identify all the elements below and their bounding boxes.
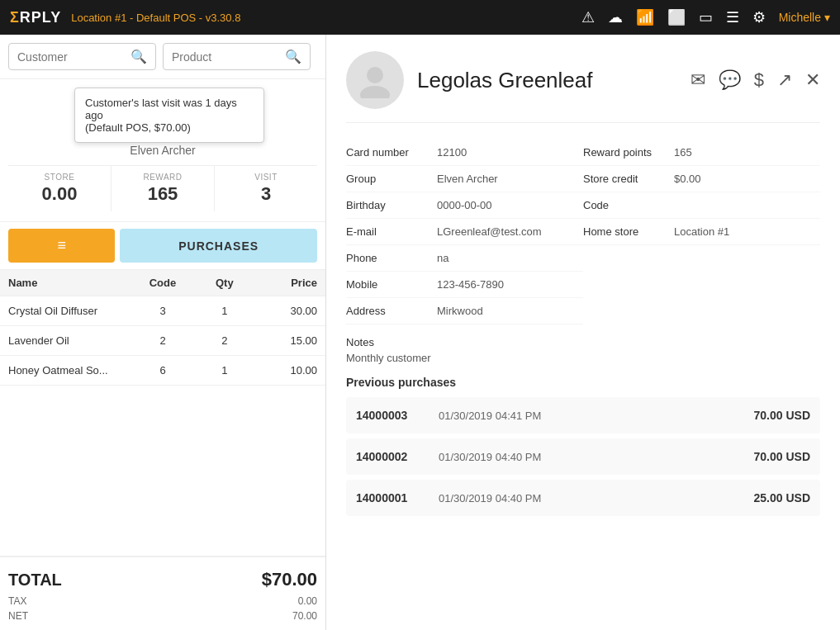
cell-code: 6 bbox=[132, 364, 194, 377]
tooltip-line1: Customer's last visit was 1 days ago bbox=[85, 97, 254, 121]
detail-value: Location #1 bbox=[674, 225, 729, 238]
email-icon[interactable]: ✉ bbox=[691, 69, 705, 91]
display-icon[interactable]: ⬜ bbox=[667, 8, 686, 26]
col-price: Price bbox=[255, 277, 317, 289]
detail-label: Group bbox=[346, 173, 437, 185]
total-row: TOTAL $70.00 bbox=[8, 569, 317, 590]
detail-value: na bbox=[437, 252, 448, 264]
details-left: Card number 12100 Group Elven Archer Bir… bbox=[346, 140, 583, 324]
detail-row: Card number 12100 bbox=[346, 140, 583, 166]
detail-label: Birthday bbox=[346, 199, 437, 211]
location-label: Location #1 - Default POS - v3.30.8 bbox=[71, 12, 240, 24]
signal-icon[interactable]: 📶 bbox=[636, 8, 654, 26]
table-row[interactable]: Honey Oatmeal So... 6 1 10.00 bbox=[0, 356, 325, 386]
purchases-title: Previous purchases bbox=[346, 376, 820, 389]
stat-reward-label: REWARD bbox=[115, 173, 211, 182]
items-table: Name Code Qty Price Crystal Oil Diffuser… bbox=[0, 269, 325, 556]
receipt-button[interactable]: ≡ bbox=[8, 229, 115, 263]
total-area: TOTAL $70.00 TAX 0.00 NET 70.00 bbox=[0, 556, 325, 630]
cell-price: 10.00 bbox=[255, 364, 317, 377]
arrow-icon[interactable]: ↗ bbox=[777, 69, 792, 91]
detail-label: Mobile bbox=[346, 278, 437, 291]
detail-row: Store credit $0.00 bbox=[583, 166, 820, 192]
tax-label: TAX bbox=[8, 595, 26, 607]
purchase-date: 01/30/2019 04:40 PM bbox=[439, 451, 754, 463]
purchases-button[interactable]: PURCHASES bbox=[120, 229, 317, 263]
detail-value: $0.00 bbox=[674, 173, 701, 185]
cell-qty: 1 bbox=[193, 364, 255, 377]
notes-text: Monthly customer bbox=[346, 352, 820, 364]
purchase-date: 01/30/2019 04:41 PM bbox=[439, 410, 754, 422]
detail-label: Store credit bbox=[583, 173, 674, 185]
detail-label: Home store bbox=[583, 225, 674, 238]
message-icon[interactable]: 💬 bbox=[719, 69, 741, 91]
top-nav: ΣRPLY Location #1 - Default POS - v3.30.… bbox=[0, 0, 840, 35]
detail-row: Group Elven Archer bbox=[346, 166, 583, 192]
product-search-input[interactable] bbox=[172, 50, 280, 64]
purchase-row[interactable]: 14000001 01/30/2019 04:40 PM 25.00 USD bbox=[346, 480, 820, 516]
col-qty: Qty bbox=[193, 277, 255, 289]
detail-row: Code bbox=[583, 192, 820, 219]
product-search-wrap[interactable]: 🔍 bbox=[163, 43, 311, 70]
customer-header-icons: ✉ 💬 $ ↗ ✕ bbox=[691, 69, 820, 91]
detail-row: Mobile 123-456-7890 bbox=[346, 272, 583, 298]
table-row[interactable]: Lavender Oil 2 2 15.00 bbox=[0, 326, 325, 356]
stats-row: STORE 0.00 REWARD 165 VISIT 3 bbox=[8, 165, 317, 211]
detail-row: E-mail LGreenleaf@test.com bbox=[346, 219, 583, 245]
col-name: Name bbox=[8, 277, 132, 289]
customer-search-icon: 🔍 bbox=[131, 49, 147, 64]
action-buttons: ≡ PURCHASES bbox=[0, 221, 325, 269]
stat-reward-value: 165 bbox=[115, 183, 211, 205]
purchase-row[interactable]: 14000003 01/30/2019 04:41 PM 70.00 USD bbox=[346, 397, 820, 433]
cell-name: Lavender Oil bbox=[8, 334, 132, 347]
cell-name: Crystal Oil Diffuser bbox=[8, 305, 132, 317]
stat-reward: REWARD 165 bbox=[112, 166, 215, 211]
search-bar: 🔍 🔍 bbox=[0, 35, 325, 79]
purchase-amount: 25.00 USD bbox=[754, 491, 810, 504]
detail-label: Reward points bbox=[583, 146, 674, 159]
customer-search-input[interactable] bbox=[17, 50, 126, 64]
detail-label: E-mail bbox=[346, 225, 437, 238]
detail-label: Card number bbox=[346, 146, 437, 159]
detail-value: Elven Archer bbox=[437, 173, 498, 185]
purchase-id: 14000003 bbox=[356, 409, 439, 422]
total-label: TOTAL bbox=[8, 571, 62, 590]
net-row: NET 70.00 bbox=[8, 609, 317, 623]
close-button[interactable]: ✕ bbox=[805, 69, 820, 91]
cloud-icon[interactable]: ☁ bbox=[608, 8, 623, 26]
alert-icon[interactable]: ⚠ bbox=[581, 8, 595, 26]
tooltip-line2: (Default POS, $70.00) bbox=[85, 121, 254, 134]
detail-row: Birthday 0000-00-00 bbox=[346, 192, 583, 219]
tax-value: 0.00 bbox=[298, 595, 317, 607]
window-icon[interactable]: ▭ bbox=[699, 8, 713, 26]
user-menu[interactable]: Michelle ▾ bbox=[779, 11, 830, 24]
purchase-date: 01/30/2019 04:40 PM bbox=[439, 492, 754, 504]
details-right: Reward points 165 Store credit $0.00 Cod… bbox=[583, 140, 820, 324]
dollar-icon[interactable]: $ bbox=[754, 69, 764, 91]
table-header: Name Code Qty Price bbox=[0, 269, 325, 296]
customer-avatar-large bbox=[346, 51, 404, 109]
cell-qty: 2 bbox=[193, 334, 255, 347]
cell-code: 2 bbox=[132, 334, 194, 347]
table-row[interactable]: Crystal Oil Diffuser 3 1 30.00 bbox=[0, 296, 325, 326]
purchase-amount: 70.00 USD bbox=[754, 409, 810, 422]
customer-full-name: Legolas Greenleaf bbox=[417, 68, 592, 93]
menu-icon[interactable]: ☰ bbox=[726, 8, 739, 26]
col-code: Code bbox=[132, 277, 194, 289]
purchases-container: 14000003 01/30/2019 04:41 PM 70.00 USD 1… bbox=[346, 397, 820, 516]
purchase-id: 14000002 bbox=[356, 450, 439, 463]
net-value: 70.00 bbox=[292, 610, 317, 622]
chevron-down-icon: ▾ bbox=[824, 11, 830, 24]
customer-search-wrap[interactable]: 🔍 bbox=[8, 43, 156, 70]
detail-label: Code bbox=[583, 199, 674, 211]
total-value: $70.00 bbox=[262, 569, 317, 590]
cell-name: Honey Oatmeal So... bbox=[8, 364, 132, 377]
detail-row: Phone na bbox=[346, 245, 583, 272]
tax-row: TAX 0.00 bbox=[8, 594, 317, 609]
main-layout: 🔍 🔍 Elven Archer Customer's last visit w… bbox=[0, 35, 840, 630]
detail-label: Address bbox=[346, 305, 437, 317]
detail-value: LGreenleaf@test.com bbox=[437, 225, 542, 238]
purchase-row[interactable]: 14000002 01/30/2019 04:40 PM 70.00 USD bbox=[346, 438, 820, 475]
detail-value: 12100 bbox=[437, 146, 467, 159]
settings-icon[interactable]: ⚙ bbox=[752, 8, 766, 26]
